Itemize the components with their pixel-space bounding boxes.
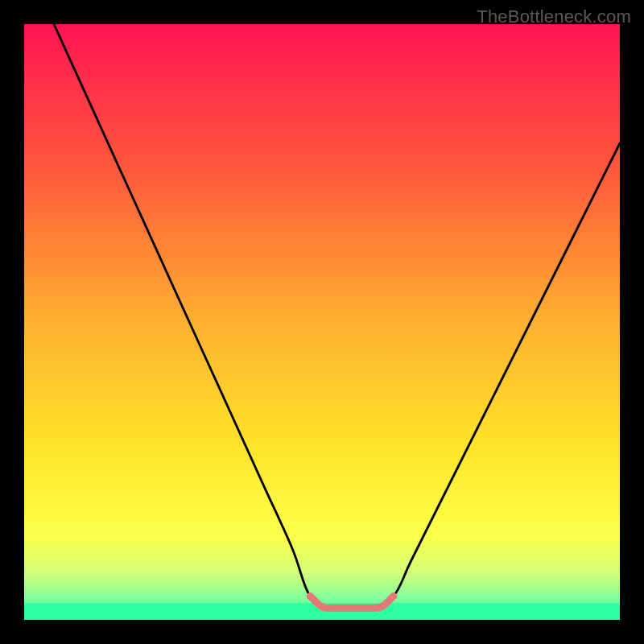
chart-svg [24, 24, 620, 620]
chart-plot-area [24, 24, 620, 620]
